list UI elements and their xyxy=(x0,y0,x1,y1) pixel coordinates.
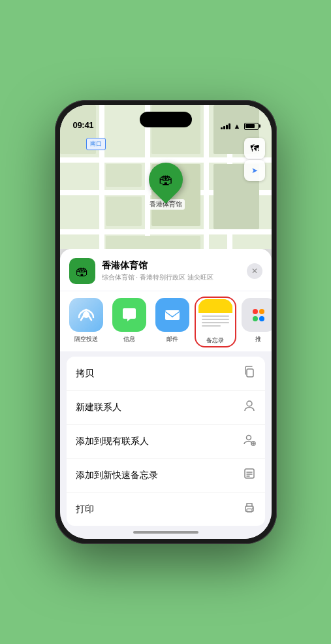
map-block-1 xyxy=(106,164,142,187)
svg-rect-2 xyxy=(247,369,253,377)
home-indicator xyxy=(60,526,272,539)
new-contact-icon xyxy=(243,399,256,415)
action-new-contact[interactable]: 新建联系人 xyxy=(67,391,265,425)
map-controls: 🗺 ➤ xyxy=(244,138,265,181)
notes-label: 备忘录 xyxy=(206,336,224,345)
messages-icon-wrap xyxy=(112,298,146,332)
print-icon xyxy=(243,501,256,517)
signal-bars xyxy=(221,123,230,129)
notes-icon-wrap xyxy=(198,299,232,333)
mail-icon xyxy=(163,306,181,324)
status-icons: ▲ xyxy=(221,122,259,130)
phone-screen: 09:41 ▲ xyxy=(60,105,272,539)
share-item-mail[interactable]: 邮件 xyxy=(153,298,192,346)
svg-rect-6 xyxy=(245,469,254,478)
action-add-existing[interactable]: 添加到现有联系人 xyxy=(67,425,265,459)
share-item-more[interactable]: 推 xyxy=(239,298,272,346)
home-bar xyxy=(133,531,198,534)
status-time: 09:41 xyxy=(73,120,94,130)
location-arrow-icon: ➤ xyxy=(251,166,258,175)
battery-icon xyxy=(244,123,259,130)
pin-circle: 🏟 xyxy=(142,155,190,204)
action-list: 拷贝 新建联系人 xyxy=(67,357,265,526)
share-item-messages[interactable]: 信息 xyxy=(110,298,149,346)
signal-bar-2 xyxy=(223,126,225,129)
venue-icon: 🏟 xyxy=(69,258,95,284)
venue-subtitle: 综合体育馆 · 香港特别行政区 油尖旺区 xyxy=(102,273,240,282)
venue-stadium-icon: 🏟 xyxy=(76,264,89,279)
wifi-icon: ▲ xyxy=(234,122,241,130)
airdrop-icon-wrap xyxy=(69,298,103,332)
location-pin: 🏟 香港体育馆 xyxy=(147,163,185,210)
road-h-3 xyxy=(60,229,272,234)
map-block-5 xyxy=(106,236,200,249)
svg-point-9 xyxy=(252,507,253,509)
location-button[interactable]: ➤ xyxy=(244,160,265,181)
mail-label: 邮件 xyxy=(166,335,178,344)
add-contact-icon xyxy=(243,433,256,449)
more-icon-wrap xyxy=(242,298,272,332)
phone-frame: 09:41 ▲ xyxy=(55,100,277,544)
airdrop-label: 隔空投送 xyxy=(74,335,98,344)
airdrop-icon xyxy=(77,306,95,324)
quick-notes-icon xyxy=(243,467,256,483)
battery-fill xyxy=(245,124,255,128)
action-add-notes[interactable]: 添加到新快速备忘录 xyxy=(67,459,265,492)
action-add-notes-label: 添加到新快速备忘录 xyxy=(76,470,158,481)
venue-info: 香港体育馆 综合体育馆 · 香港特别行政区 油尖旺区 xyxy=(102,260,240,282)
mail-icon-wrap xyxy=(155,298,189,332)
venue-name: 香港体育馆 xyxy=(102,260,240,272)
map-block-2 xyxy=(106,197,142,226)
signal-bar-1 xyxy=(221,127,223,129)
share-item-notes[interactable]: 备忘录 xyxy=(196,298,235,346)
share-item-airdrop[interactable]: 隔空投送 xyxy=(67,298,106,346)
sheet-header: 🏟 香港体育馆 综合体育馆 · 香港特别行政区 油尖旺区 ✕ xyxy=(60,249,272,291)
messages-icon xyxy=(120,306,138,324)
dynamic-island xyxy=(140,112,192,127)
copy-icon xyxy=(243,365,256,381)
action-add-existing-label: 添加到现有联系人 xyxy=(76,436,149,447)
entrance-label: 南口 xyxy=(86,138,106,150)
svg-point-4 xyxy=(246,436,251,440)
action-print[interactable]: 打印 xyxy=(67,492,265,526)
action-copy[interactable]: 拷贝 xyxy=(67,357,265,391)
action-copy-label: 拷贝 xyxy=(76,368,94,379)
action-print-label: 打印 xyxy=(76,504,94,515)
signal-bar-4 xyxy=(229,123,230,129)
svg-point-3 xyxy=(247,401,252,406)
signal-bar-3 xyxy=(226,125,228,129)
messages-label: 信息 xyxy=(123,335,135,344)
share-row: 隔空投送 信息 xyxy=(60,291,272,351)
more-label: 推 xyxy=(255,335,261,344)
map-type-button[interactable]: 🗺 xyxy=(244,138,265,159)
bottom-sheet: 🏟 香港体育馆 综合体育馆 · 香港特别行政区 油尖旺区 ✕ xyxy=(60,249,272,539)
close-button[interactable]: ✕ xyxy=(247,263,262,279)
pin-stadium-icon: 🏟 xyxy=(159,171,173,188)
svg-rect-1 xyxy=(165,310,180,320)
action-new-contact-label: 新建联系人 xyxy=(76,402,121,413)
